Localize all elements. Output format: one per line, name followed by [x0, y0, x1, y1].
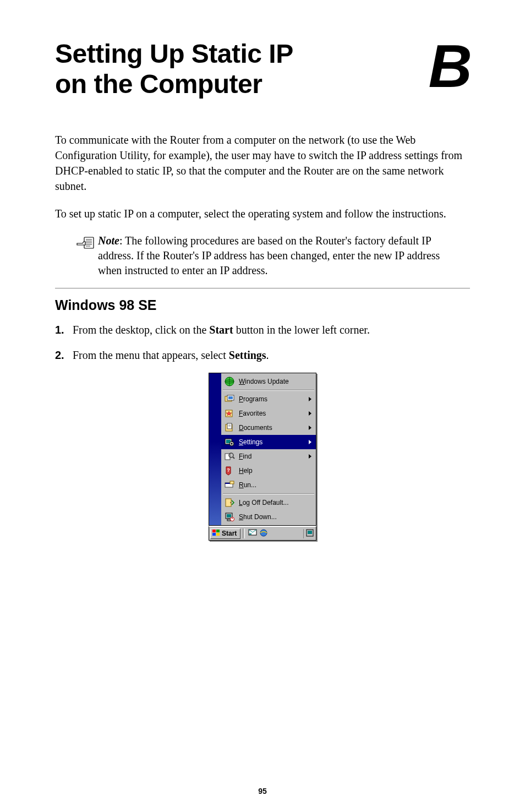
system-tray — [303, 529, 316, 538]
svg-text:?: ? — [227, 467, 230, 473]
tray-icon[interactable] — [306, 529, 314, 538]
step-2: 2. From the menu that appears, select Se… — [55, 347, 470, 363]
start-menu-item-favorites[interactable]: Favorites — [221, 406, 316, 421]
menu-separator — [223, 390, 314, 391]
menu-item-label: Log Off Default... — [239, 499, 311, 506]
start-menu-item-log-off-default[interactable]: Log Off Default... — [221, 495, 316, 510]
step-1-pre: From the desktop, click on the — [73, 324, 209, 336]
sidebar-text-bold: Windows — [199, 479, 210, 522]
start-label: Start — [222, 530, 237, 537]
svg-rect-37 — [212, 533, 216, 536]
start-menu: Windows98 Windows UpdateProgramsFavorite… — [209, 373, 316, 541]
svg-line-23 — [233, 457, 234, 459]
sidebar-text-light: 98 — [199, 468, 210, 479]
note-block: Note: The following procedures are based… — [76, 233, 470, 278]
svg-rect-36 — [216, 530, 220, 532]
logoff-icon — [223, 497, 236, 509]
taskbar: Start — [209, 526, 316, 541]
start-menu-item-settings[interactable]: Settings — [221, 435, 316, 449]
note-label: Note — [98, 235, 119, 247]
intro-paragraph-1: To communicate with the Router from a co… — [55, 132, 470, 194]
menu-item-label: Run... — [239, 481, 311, 489]
step-2-post: . — [266, 349, 269, 361]
menu-item-label: Programs — [239, 395, 305, 403]
section-rule — [55, 288, 470, 288]
submenu-arrow-icon — [309, 411, 311, 416]
start-menu-item-documents[interactable]: Documents — [221, 421, 316, 435]
menu-item-label: Help — [239, 467, 311, 475]
step-2-pre: From the menu that appears, select — [73, 349, 229, 361]
start-menu-item-find[interactable]: Find — [221, 449, 316, 464]
step-2-bold: Settings — [229, 349, 266, 361]
note-hand-icon — [76, 236, 95, 278]
start-menu-item-windows-update[interactable]: Windows Update — [221, 374, 316, 389]
intro-paragraph-2: To set up static IP on a computer, selec… — [55, 206, 470, 221]
subheading-win98: Windows 98 SE — [55, 297, 470, 313]
programs-icon — [223, 393, 236, 405]
step-1: 1. From the desktop, click on the Start … — [55, 322, 470, 337]
svg-point-41 — [260, 530, 267, 536]
step-1-post: button in the lower left corner. — [233, 324, 370, 336]
submenu-arrow-icon — [309, 397, 311, 401]
note-text: Note: The following procedures are based… — [98, 233, 442, 278]
submenu-arrow-icon — [309, 454, 311, 459]
svg-rect-10 — [228, 396, 233, 399]
start-menu-item-run[interactable]: Run... — [221, 478, 316, 492]
globe-icon — [223, 375, 236, 388]
start-menu-item-programs[interactable]: Programs — [221, 392, 316, 406]
find-icon — [223, 450, 236, 462]
svg-point-20 — [231, 443, 233, 445]
favorites-icon — [223, 407, 236, 419]
menu-item-label: Documents — [239, 424, 305, 432]
title-line-2: on the Computer — [55, 69, 262, 99]
svg-rect-35 — [212, 530, 216, 532]
start-menu-item-shut-down[interactable]: Shut Down... — [221, 510, 316, 524]
svg-rect-27 — [230, 481, 234, 484]
step-1-bold: Start — [209, 324, 233, 336]
page-title: Setting Up Static IP on the Computer — [55, 39, 293, 99]
menu-item-label: Shut Down... — [239, 513, 311, 521]
settings-icon — [223, 436, 236, 448]
help-icon: ? — [223, 465, 236, 477]
svg-rect-43 — [308, 531, 312, 534]
quicklaunch-ie-icon[interactable] — [259, 528, 268, 539]
documents-icon — [223, 422, 236, 434]
taskbar-divider — [243, 528, 245, 538]
svg-point-29 — [230, 502, 231, 503]
title-line-1: Setting Up Static IP — [55, 39, 293, 68]
start-menu-sidebar: Windows98 — [209, 373, 221, 525]
svg-rect-38 — [216, 533, 220, 536]
start-menu-item-help[interactable]: ?Help — [221, 464, 316, 478]
page-number: 95 — [0, 787, 525, 795]
menu-separator — [223, 493, 314, 494]
menu-item-label: Favorites — [239, 410, 305, 417]
note-body: : The following procedures are based on … — [98, 235, 440, 276]
menu-item-label: Settings — [239, 438, 305, 446]
appendix-letter: B — [429, 39, 470, 93]
quicklaunch-desktop-icon[interactable] — [248, 528, 257, 539]
step-number: 2. — [55, 347, 73, 363]
submenu-arrow-icon — [309, 440, 311, 444]
start-button[interactable]: Start — [210, 528, 240, 539]
submenu-arrow-icon — [309, 426, 311, 430]
steps-list: 1. From the desktop, click on the Start … — [55, 322, 470, 363]
windows-logo-icon — [212, 530, 220, 538]
shutdown-icon — [223, 511, 236, 523]
svg-rect-40 — [249, 533, 251, 535]
menu-item-label: Find — [239, 453, 305, 460]
menu-item-label: Windows Update — [239, 378, 311, 385]
run-icon — [223, 479, 236, 491]
svg-rect-31 — [227, 514, 231, 517]
step-number: 1. — [55, 322, 73, 337]
